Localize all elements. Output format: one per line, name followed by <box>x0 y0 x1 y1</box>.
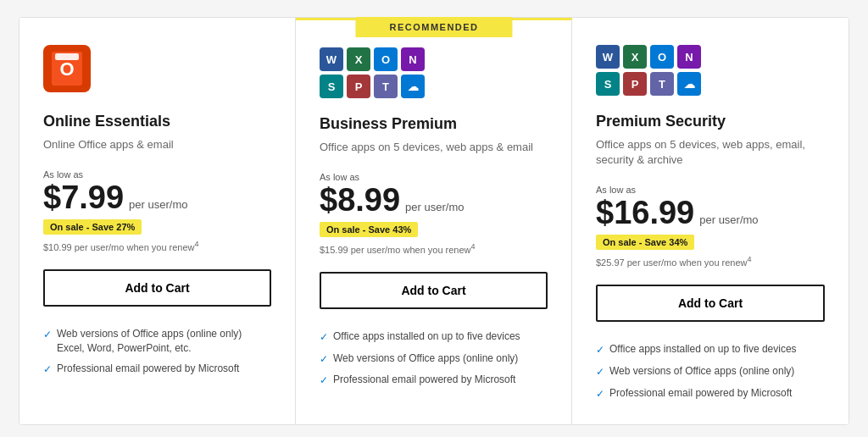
publisher-icon: P <box>347 75 370 98</box>
feature-item: ✓ Professional email powered by Microsof… <box>596 383 825 405</box>
price-amount: $16.99 <box>596 196 694 229</box>
plan-name: Online Essentials <box>43 113 271 130</box>
renew-price: $15.99 per user/mo when you renew4 <box>320 242 548 255</box>
recommended-badge: RECOMMENDED <box>355 17 512 37</box>
publisher-icon: P <box>623 72 647 96</box>
add-to-cart-button[interactable]: Add to Cart <box>320 272 548 309</box>
price-row: $16.99 per user/mo <box>596 196 825 229</box>
feature-item: ✓ Professional email powered by Microsof… <box>43 358 271 380</box>
check-icon: ✓ <box>43 328 52 342</box>
sale-badge: On sale - Save 43% <box>320 222 418 237</box>
feature-item: ✓ Office apps installed on up to five de… <box>596 339 825 361</box>
word-icon: W <box>596 45 620 69</box>
onenote-icon: N <box>677 45 701 69</box>
price-period: per user/mo <box>405 201 464 213</box>
plan-name: Premium Security <box>596 113 825 130</box>
onenote-icon: N <box>401 47 425 71</box>
teams-icon: T <box>374 75 398 98</box>
price-period: per user/mo <box>699 213 758 226</box>
sharepoint-icon: S <box>596 72 620 96</box>
as-low-as-label: As low as <box>596 185 825 195</box>
check-icon: ✓ <box>596 343 604 357</box>
plan-description: Office apps on 5 devices, web apps & ema… <box>320 140 548 155</box>
feature-item: ✓ Office apps installed on up to five de… <box>320 326 548 348</box>
features-list: ✓ Office apps installed on up to five de… <box>596 339 825 404</box>
onedrive-icon: ☁ <box>677 72 701 96</box>
pricing-wrapper: RECOMMENDED O Online Essentials Online O… <box>19 17 849 425</box>
office-logo-icon: O <box>43 45 91 92</box>
check-icon: ✓ <box>596 387 604 401</box>
feature-item: ✓ Web versions of Office apps (online on… <box>596 361 825 383</box>
check-icon: ✓ <box>320 352 328 367</box>
plan-card-business-premium: W X O N S P T ☁ Business Premium Office … <box>296 18 572 424</box>
app-icons-grid: W X O N S P T ☁ <box>320 47 548 98</box>
check-icon: ✓ <box>320 373 328 388</box>
price-amount: $7.99 <box>43 181 124 213</box>
feature-item: ✓ Professional email powered by Microsof… <box>320 369 548 391</box>
price-row: $8.99 per user/mo <box>320 184 548 216</box>
price-amount: $8.99 <box>320 184 400 216</box>
renew-price: $25.97 per user/mo when you renew4 <box>596 255 825 268</box>
excel-icon: X <box>347 47 370 71</box>
feature-item: ✓ Web versions of Office apps (online on… <box>43 324 271 359</box>
plan-card-premium-security: W X O N S P T ☁ Premium Security Office … <box>572 18 849 424</box>
plan-card-online-essentials: O Online Essentials Online Office apps &… <box>19 18 296 424</box>
plan-description: Office apps on 5 devices, web apps, emai… <box>596 137 825 168</box>
features-list: ✓ Office apps installed on up to five de… <box>320 326 548 391</box>
excel-icon: X <box>623 45 647 69</box>
plan-name: Business Premium <box>320 115 548 133</box>
teams-icon: T <box>650 72 674 96</box>
outlook-icon: O <box>374 47 398 71</box>
price-period: per user/mo <box>129 198 187 211</box>
sharepoint-icon: S <box>320 75 343 98</box>
check-icon: ✓ <box>43 362 52 377</box>
add-to-cart-button[interactable]: Add to Cart <box>596 285 825 322</box>
word-icon: W <box>320 47 343 71</box>
pricing-grid: O Online Essentials Online Office apps &… <box>19 17 849 425</box>
feature-item: ✓ Web versions of Office apps (online on… <box>320 348 548 370</box>
features-list: ✓ Web versions of Office apps (online on… <box>43 324 271 380</box>
svg-text:O: O <box>59 58 74 80</box>
as-low-as-label: As low as <box>43 169 271 180</box>
onedrive-icon: ☁ <box>401 75 425 98</box>
price-row: $7.99 per user/mo <box>43 181 271 213</box>
sale-badge: On sale - Save 34% <box>596 235 694 250</box>
plan-description: Online Office apps & email <box>43 137 271 152</box>
check-icon: ✓ <box>320 330 328 345</box>
renew-price: $10.99 per user/mo when you renew4 <box>43 240 271 252</box>
outlook-icon: O <box>650 45 674 69</box>
add-to-cart-button[interactable]: Add to Cart <box>43 269 271 307</box>
sale-badge: On sale - Save 27% <box>43 219 142 235</box>
check-icon: ✓ <box>596 365 604 379</box>
app-icons-grid: W X O N S P T ☁ <box>596 45 825 96</box>
as-low-as-label: As low as <box>320 172 548 182</box>
